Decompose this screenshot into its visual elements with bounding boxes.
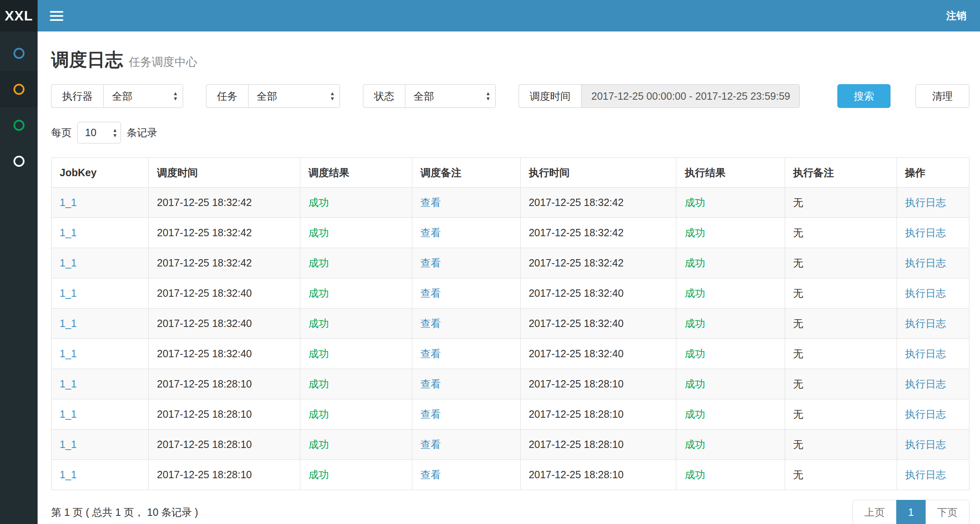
col-header-trigger-time: 调度时间 — [149, 158, 300, 188]
hamburger-icon — [50, 19, 63, 21]
current-page-button[interactable]: 1 — [896, 500, 926, 524]
handle-time-cell: 2017-12-25 18:32:40 — [520, 339, 676, 369]
execution-log-link[interactable]: 执行日志 — [905, 257, 946, 269]
handle-time-cell: 2017-12-25 18:32:42 — [520, 188, 676, 218]
trigger-time-cell: 2017-12-25 18:32:40 — [149, 278, 300, 309]
trigger-result-cell: 成功 — [300, 460, 412, 490]
execution-log-link[interactable]: 执行日志 — [905, 408, 946, 420]
trigger-result-cell: 成功 — [300, 430, 412, 460]
trigger-msg-link[interactable]: 查看 — [421, 227, 441, 238]
status-select[interactable]: 全部 ▴▾ — [405, 84, 496, 108]
trigger-time-cell: 2017-12-25 18:28:10 — [149, 399, 300, 430]
action-cell: 执行日志 — [897, 309, 969, 339]
job-filter-group: 任务 全部 ▴▾ — [206, 84, 340, 108]
search-button[interactable]: 搜索 — [837, 84, 891, 108]
action-cell: 执行日志 — [897, 278, 969, 309]
jobkey-link[interactable]: 1_1 — [60, 469, 77, 480]
sidebar-item-3[interactable] — [0, 107, 38, 143]
jobkey-link[interactable]: 1_1 — [60, 287, 77, 299]
handle-result-cell: 成功 — [676, 278, 785, 309]
trigger-msg-link[interactable]: 查看 — [421, 287, 441, 299]
execution-log-link[interactable]: 执行日志 — [905, 439, 946, 450]
trigger-time-cell: 2017-12-25 18:28:10 — [149, 369, 300, 399]
hamburger-icon — [50, 15, 63, 17]
action-cell: 执行日志 — [897, 248, 969, 278]
trigger-msg-link[interactable]: 查看 — [421, 318, 441, 329]
execution-log-link[interactable]: 执行日志 — [905, 318, 946, 329]
trigger-time-cell: 2017-12-25 18:32:40 — [149, 339, 300, 369]
executor-select-value: 全部 — [112, 90, 132, 103]
execution-log-link[interactable]: 执行日志 — [905, 287, 946, 299]
trigger-time-range-input[interactable]: 2017-12-25 00:00:00 - 2017-12-25 23:59:5… — [581, 84, 800, 108]
trigger-msg-cell: 查看 — [412, 218, 520, 248]
prev-page-button[interactable]: 上页 — [852, 500, 897, 524]
trigger-msg-link[interactable]: 查看 — [421, 348, 441, 359]
circle-icon — [13, 120, 25, 131]
trigger-result-cell: 成功 — [300, 309, 412, 339]
sidebar-item-1[interactable] — [0, 35, 38, 71]
executor-select[interactable]: 全部 ▴▾ — [103, 84, 183, 108]
jobkey-cell: 1_1 — [51, 430, 149, 460]
jobkey-link[interactable]: 1_1 — [60, 408, 77, 420]
col-header-action: 操作 — [897, 158, 969, 188]
trigger-msg-cell: 查看 — [412, 369, 520, 399]
table-row: 1_1 2017-12-25 18:28:10 成功 查看 2017-12-25… — [51, 430, 969, 460]
jobkey-cell: 1_1 — [51, 460, 149, 490]
handle-time-cell: 2017-12-25 18:32:40 — [520, 309, 676, 339]
trigger-time-cell: 2017-12-25 18:32:42 — [149, 248, 300, 278]
execution-log-link[interactable]: 执行日志 — [905, 469, 946, 480]
execution-log-link[interactable]: 执行日志 — [905, 197, 946, 208]
trigger-msg-link[interactable]: 查看 — [421, 197, 441, 208]
brand-logo[interactable]: XXL — [0, 0, 38, 31]
next-page-button[interactable]: 下页 — [925, 500, 969, 524]
trigger-msg-link[interactable]: 查看 — [421, 439, 441, 450]
clear-button[interactable]: 清理 — [915, 84, 969, 108]
jobkey-cell: 1_1 — [51, 278, 149, 309]
table-row: 1_1 2017-12-25 18:32:40 成功 查看 2017-12-25… — [51, 339, 969, 369]
execution-log-link[interactable]: 执行日志 — [905, 378, 946, 390]
status-filter-label: 状态 — [363, 84, 405, 108]
trigger-msg-link[interactable]: 查看 — [421, 408, 441, 420]
action-cell: 执行日志 — [897, 430, 969, 460]
logout-link[interactable]: 注销 — [933, 0, 980, 31]
sidebar — [0, 31, 38, 524]
handle-result-cell: 成功 — [676, 218, 785, 248]
jobkey-link[interactable]: 1_1 — [60, 439, 77, 450]
col-header-handle-msg: 执行备注 — [785, 158, 897, 188]
handle-msg-cell: 无 — [785, 460, 897, 490]
action-cell: 执行日志 — [897, 460, 969, 490]
jobkey-link[interactable]: 1_1 — [60, 348, 77, 359]
trigger-msg-cell: 查看 — [412, 430, 520, 460]
page-size-select[interactable]: 10 ▴▾ — [77, 122, 121, 143]
trigger-result-cell: 成功 — [300, 339, 412, 369]
jobkey-link[interactable]: 1_1 — [60, 227, 77, 238]
jobkey-link[interactable]: 1_1 — [60, 318, 77, 329]
execution-log-link[interactable]: 执行日志 — [905, 227, 946, 238]
handle-result-cell: 成功 — [676, 188, 785, 218]
table-row: 1_1 2017-12-25 18:32:42 成功 查看 2017-12-25… — [51, 188, 969, 218]
jobkey-cell: 1_1 — [51, 339, 149, 369]
trigger-msg-link[interactable]: 查看 — [421, 378, 441, 390]
action-cell: 执行日志 — [897, 218, 969, 248]
job-select[interactable]: 全部 ▴▾ — [248, 84, 340, 108]
handle-time-cell: 2017-12-25 18:28:10 — [520, 369, 676, 399]
circle-icon — [13, 156, 25, 167]
handle-result-cell: 成功 — [676, 309, 785, 339]
jobkey-link[interactable]: 1_1 — [60, 257, 77, 269]
col-header-handle-result: 执行结果 — [676, 158, 785, 188]
jobkey-link[interactable]: 1_1 — [60, 197, 77, 208]
sidebar-toggle-button[interactable] — [38, 0, 76, 31]
trigger-result-cell: 成功 — [300, 399, 412, 430]
trigger-msg-link[interactable]: 查看 — [421, 257, 441, 269]
page-header: 调度日志 任务调度中心 — [51, 48, 969, 72]
table-row: 1_1 2017-12-25 18:28:10 成功 查看 2017-12-25… — [51, 369, 969, 399]
trigger-msg-link[interactable]: 查看 — [421, 469, 441, 480]
filter-bar: 执行器 全部 ▴▾ 任务 全部 ▴▾ 状态 全部 ▴▾ 调度时间 2017-12… — [51, 84, 969, 108]
handle-msg-cell: 无 — [785, 248, 897, 278]
sidebar-item-2[interactable] — [0, 71, 38, 107]
select-arrows-icon: ▴▾ — [486, 91, 490, 101]
execution-log-link[interactable]: 执行日志 — [905, 348, 946, 359]
action-cell: 执行日志 — [897, 369, 969, 399]
sidebar-item-4[interactable] — [0, 143, 38, 179]
jobkey-link[interactable]: 1_1 — [60, 378, 77, 390]
